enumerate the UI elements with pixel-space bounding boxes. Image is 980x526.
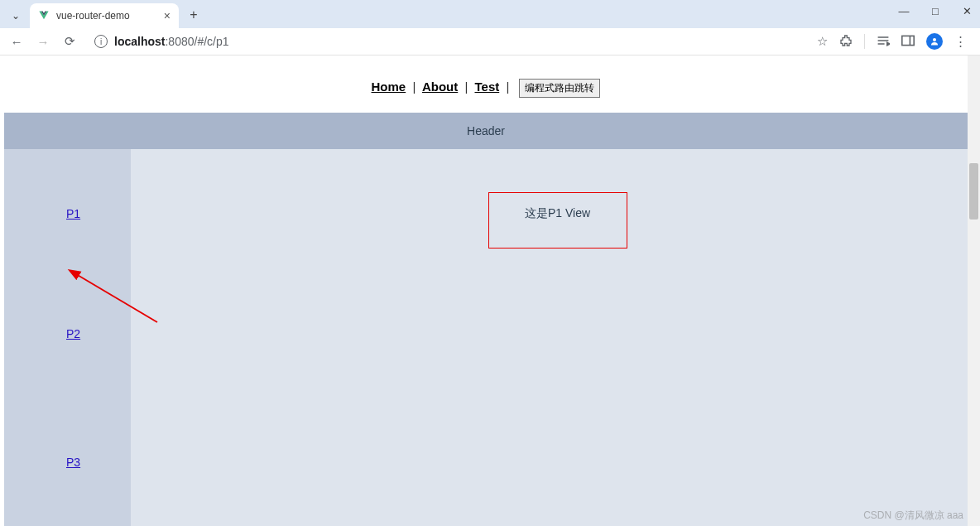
toolbar-right: ☆ ⋮ — [812, 33, 972, 50]
browser-toolbar: ← → ⟳ i localhost:8080/#/c/p1 ☆ ⋮ — [0, 28, 980, 55]
media-control-icon[interactable] — [877, 35, 890, 49]
back-button-icon[interactable]: ← — [8, 35, 25, 49]
side-panel-icon[interactable] — [901, 35, 915, 49]
site-info-icon[interactable]: i — [94, 35, 108, 48]
header-bar: Header — [4, 113, 968, 149]
nav-about-link[interactable]: About — [422, 80, 458, 94]
view-text: 这是P1 View — [525, 206, 590, 220]
reload-button-icon[interactable]: ⟳ — [61, 34, 78, 49]
separator: | — [464, 80, 468, 94]
close-tab-icon[interactable]: × — [164, 9, 171, 22]
sidebar: P1 P2 P3 — [4, 149, 131, 526]
browser-tabstrip: ⌄ vue-router-demo × + — □ ✕ — [0, 0, 980, 28]
router-view-box: 这是P1 View — [488, 192, 627, 249]
svg-point-4 — [933, 38, 936, 41]
url-text: localhost:8080/#/c/p1 — [114, 35, 229, 48]
maximize-icon[interactable]: □ — [927, 5, 944, 17]
main-layout: P1 P2 P3 这是P1 View — [4, 149, 968, 526]
nav-test-link[interactable]: Test — [474, 80, 499, 94]
sidebar-item-p2[interactable]: P2 — [4, 269, 131, 398]
svg-rect-2 — [902, 36, 914, 45]
sidebar-item-p1[interactable]: P1 — [4, 149, 131, 269]
content-area: 这是P1 View — [131, 149, 968, 526]
scrollbar-track[interactable] — [968, 55, 980, 526]
profile-avatar-icon[interactable] — [926, 33, 943, 50]
vue-favicon-icon — [38, 10, 50, 22]
separator — [864, 34, 865, 49]
menu-dots-icon[interactable]: ⋮ — [954, 34, 967, 49]
scrollbar-thumb[interactable] — [969, 163, 978, 220]
separator: | — [412, 80, 416, 94]
watermark: CSDN @清风微凉 aaa — [863, 509, 963, 523]
close-window-icon[interactable]: ✕ — [958, 5, 975, 17]
nav-home-link[interactable]: Home — [372, 80, 406, 94]
forward-button-icon[interactable]: → — [35, 35, 51, 49]
browser-tab[interactable]: vue-router-demo × — [30, 3, 179, 28]
header-label: Header — [467, 124, 505, 138]
window-controls: — □ ✕ — [896, 5, 975, 17]
tabs-dropdown-icon[interactable]: ⌄ — [7, 5, 25, 27]
new-tab-button[interactable]: + — [182, 3, 205, 27]
programmatic-route-button[interactable]: 编程式路由跳转 — [519, 79, 600, 98]
sidebar-item-p3[interactable]: P3 — [4, 398, 131, 526]
separator: | — [506, 80, 509, 94]
extensions-icon[interactable] — [839, 34, 853, 50]
viewport: Home | About | Test | 编程式路由跳转 Header P1 … — [0, 55, 980, 526]
address-bar[interactable]: i localhost:8080/#/c/p1 — [88, 31, 802, 52]
bookmark-star-icon[interactable]: ☆ — [817, 34, 828, 49]
tab-title: vue-router-demo — [56, 10, 157, 22]
minimize-icon[interactable]: — — [896, 5, 912, 17]
top-nav: Home | About | Test | 编程式路由跳转 — [4, 55, 968, 113]
